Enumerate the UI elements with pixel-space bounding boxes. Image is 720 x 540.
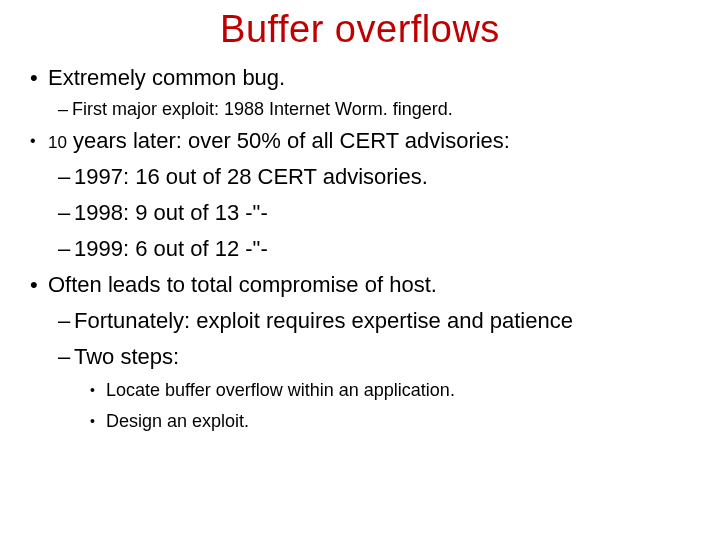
bullet-ten-years-text: years later: over 50% of all CERT adviso…	[67, 128, 510, 153]
slide-title: Buffer overflows	[20, 8, 700, 51]
sub-1997: 1997: 16 out of 28 CERT advisories.	[58, 164, 700, 190]
year-count: 10	[48, 133, 67, 152]
sub-1999: 1999: 6 out of 12 -"-	[58, 236, 700, 262]
bullet-common-bug: Extremely common bug.	[30, 65, 700, 91]
sub-design: Design an exploit.	[90, 411, 700, 432]
sub-fortunately: Fortunately: exploit requires expertise …	[58, 308, 700, 334]
bullet-ten-years: 10 years later: over 50% of all CERT adv…	[30, 128, 700, 154]
bullet-compromise: Often leads to total compromise of host.	[30, 272, 700, 298]
sub-two-steps: Two steps:	[58, 344, 700, 370]
sub-1998: 1998: 9 out of 13 -"-	[58, 200, 700, 226]
sub-first-exploit: First major exploit: 1988 Internet Worm.…	[58, 99, 700, 120]
sub-locate: Locate buffer overflow within an applica…	[90, 380, 700, 401]
